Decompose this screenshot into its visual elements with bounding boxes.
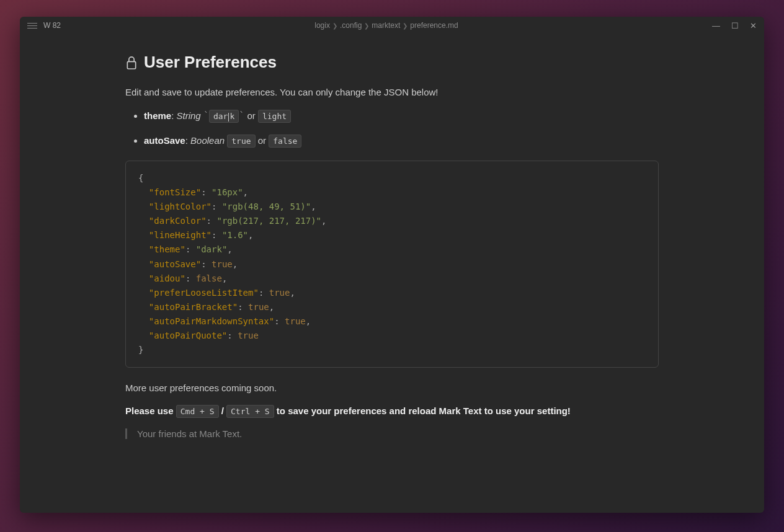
- option-name: autoSave: [144, 135, 185, 146]
- keyboard-shortcut: Cmd + S: [176, 405, 219, 418]
- option-sep: or: [247, 110, 255, 121]
- maximize-icon[interactable]: ☐: [731, 22, 739, 30]
- option-value: dark: [209, 110, 239, 123]
- chevron-right-icon: ❯: [403, 22, 408, 29]
- titlebar: W 82 logix ❯ .config ❯ marktext ❯ prefer…: [20, 17, 764, 34]
- breadcrumb: logix ❯ .config ❯ marktext ❯ preference.…: [61, 21, 712, 30]
- json-code-block[interactable]: { "fontSize": "16px", "lightColor": "rgb…: [125, 161, 659, 368]
- options-list: theme: String `dark` or light autoSave: …: [144, 109, 659, 148]
- intro-text: Edit and save to update preferences. You…: [125, 87, 659, 97]
- option-sep: or: [258, 135, 266, 146]
- option-theme: theme: String `dark` or light: [144, 109, 659, 123]
- option-autosave: autoSave: Boolean true or false: [144, 133, 659, 148]
- page-title: User Preferences: [125, 53, 659, 72]
- breadcrumb-item[interactable]: marktext: [372, 21, 400, 30]
- option-value: true: [227, 135, 255, 148]
- chevron-right-icon: ❯: [332, 22, 337, 29]
- coming-soon-text: More user preferences coming soon.: [125, 383, 659, 393]
- close-icon[interactable]: ✕: [750, 22, 757, 30]
- app-window: W 82 logix ❯ .config ❯ marktext ❯ prefer…: [20, 17, 764, 513]
- breadcrumb-item[interactable]: preference.md: [410, 21, 458, 30]
- chevron-right-icon: ❯: [364, 22, 369, 29]
- page-title-text: User Preferences: [144, 53, 277, 72]
- svg-rect-0: [127, 61, 135, 69]
- save-instruction: Please use Cmd + S / Ctrl + S to save yo…: [125, 406, 659, 416]
- minimize-icon[interactable]: —: [712, 22, 720, 30]
- lock-icon: [125, 55, 138, 70]
- editor-content[interactable]: User Preferences Edit and save to update…: [20, 34, 764, 513]
- breadcrumb-item[interactable]: .config: [340, 21, 362, 30]
- window-controls: — ☐ ✕: [712, 22, 757, 30]
- option-name: theme: [144, 110, 171, 121]
- hamburger-menu-icon[interactable]: [27, 20, 37, 30]
- option-type: Boolean: [190, 135, 225, 146]
- option-type: String: [177, 110, 201, 121]
- option-value: false: [269, 135, 301, 148]
- signature-text: Your friends at Mark Text.: [137, 428, 242, 439]
- breadcrumb-item[interactable]: logix: [314, 21, 330, 30]
- keyboard-shortcut: Ctrl + S: [226, 405, 274, 418]
- option-value: light: [258, 110, 291, 123]
- signature-blockquote: Your friends at Mark Text.: [125, 428, 659, 439]
- word-count: W 82: [43, 21, 61, 30]
